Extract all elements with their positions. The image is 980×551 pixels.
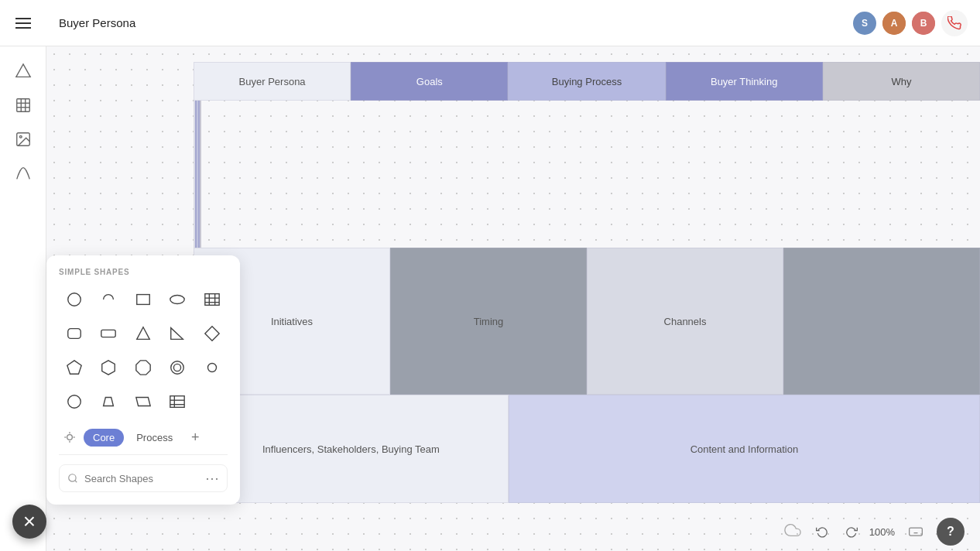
svg-point-31 <box>68 395 81 409</box>
svg-text:A: A <box>891 18 898 29</box>
cell-why-2 <box>783 248 980 395</box>
shape-trapezoid[interactable] <box>93 386 124 417</box>
document-title[interactable]: Buyer Persona <box>46 12 148 34</box>
shape-right-triangle[interactable] <box>162 318 193 349</box>
cell-content: Content and Information <box>509 395 980 503</box>
shape-hexagon[interactable] <box>93 352 124 383</box>
shape-rectangle[interactable] <box>128 284 159 315</box>
svg-rect-13 <box>137 295 150 305</box>
shape-pentagon[interactable] <box>59 352 90 383</box>
svg-point-30 <box>207 364 216 372</box>
fab-button[interactable]: × <box>12 505 46 539</box>
avatar-s[interactable]: S <box>853 12 876 35</box>
grid-row-3: Influencers, Stakeholders, Buying Team C… <box>194 395 980 503</box>
shapes-grid <box>59 284 228 417</box>
shape-circle-sm[interactable] <box>197 352 228 383</box>
svg-line-44 <box>75 481 77 483</box>
cloud-icon[interactable] <box>784 522 801 542</box>
search-input[interactable] <box>84 473 199 484</box>
svg-point-28 <box>171 361 184 375</box>
svg-marker-4 <box>15 64 29 77</box>
svg-rect-15 <box>204 294 218 306</box>
tab-process[interactable]: Process <box>127 429 182 447</box>
sidebar-item-shapes[interactable] <box>8 56 39 87</box>
svg-text:B: B <box>920 18 927 29</box>
shapes-tabs: Core Process + <box>59 426 228 455</box>
menu-button[interactable] <box>0 0 46 46</box>
svg-marker-23 <box>171 328 183 340</box>
avatar-1[interactable]: A <box>882 12 906 35</box>
svg-marker-33 <box>136 398 150 406</box>
shape-rect-rounded[interactable] <box>59 318 90 349</box>
sidebar-item-frame[interactable] <box>8 90 39 121</box>
shape-circle-outline2[interactable] <box>59 386 90 417</box>
svg-point-29 <box>174 364 181 371</box>
shape-ellipse[interactable] <box>162 284 193 315</box>
svg-marker-25 <box>67 361 81 374</box>
svg-rect-20 <box>68 329 81 339</box>
svg-point-11 <box>19 135 22 138</box>
svg-marker-32 <box>104 398 114 406</box>
header-buyer-thinking: Buyer Thinking <box>666 62 823 101</box>
redo-button[interactable] <box>840 520 863 543</box>
svg-rect-21 <box>101 330 115 337</box>
svg-point-38 <box>67 435 73 440</box>
shape-circle-outline[interactable] <box>162 352 193 383</box>
shape-parallelogram[interactable] <box>128 386 159 417</box>
left-sidebar <box>0 46 46 551</box>
svg-marker-22 <box>137 327 150 340</box>
svg-marker-26 <box>102 361 115 375</box>
svg-marker-24 <box>204 327 218 341</box>
cell-influencers: Influencers, Stakeholders, Buying Team <box>194 395 509 503</box>
header-buyer-persona: Buyer Persona <box>194 62 351 101</box>
topbar: Buyer Persona S A B <box>0 0 980 46</box>
search-icon <box>67 473 78 484</box>
zoom-level[interactable]: 100% <box>869 526 895 538</box>
shape-circle[interactable] <box>59 284 90 315</box>
fab-icon: × <box>23 511 36 532</box>
zoom-controls: 100% <box>810 520 895 543</box>
call-button[interactable] <box>941 10 968 36</box>
shape-table2[interactable] <box>162 386 193 417</box>
search-more-button[interactable]: ⋯ <box>205 470 219 487</box>
tab-core[interactable]: Core <box>84 429 124 447</box>
shape-table[interactable] <box>197 284 228 315</box>
header-buying-process: Buying Process <box>508 62 665 101</box>
shape-octagon[interactable] <box>128 352 159 383</box>
bottom-bar: 100% ? <box>0 512 980 551</box>
grid-row-1 <box>194 101 980 248</box>
help-button[interactable]: ? <box>937 518 965 546</box>
sidebar-item-image[interactable] <box>8 124 39 155</box>
shapes-tab-icon[interactable] <box>59 426 81 448</box>
topbar-right: S A B <box>853 10 980 36</box>
shape-arc[interactable] <box>93 284 124 315</box>
sidebar-item-path[interactable] <box>8 158 39 189</box>
cell-timing: Timing <box>390 248 587 395</box>
shapes-search: ⋯ <box>59 464 228 492</box>
shapes-section-title: SIMPLE SHAPES <box>59 268 228 276</box>
svg-rect-5 <box>16 99 29 112</box>
shape-diamond[interactable] <box>197 318 228 349</box>
grid-row-2: Initiatives Timing Channels <box>194 248 980 395</box>
shapes-panel: SIMPLE SHAPES <box>46 255 240 505</box>
header-why: Why <box>823 62 980 101</box>
svg-marker-27 <box>136 361 150 375</box>
hamburger-icon <box>15 18 31 29</box>
shape-rect-wide[interactable] <box>93 318 124 349</box>
svg-rect-45 <box>910 528 923 536</box>
cell-why-1 <box>200 101 201 248</box>
shape-triangle[interactable] <box>128 318 159 349</box>
svg-point-14 <box>170 296 184 304</box>
tab-add-button[interactable]: + <box>185 427 205 447</box>
svg-point-12 <box>68 293 81 306</box>
grid-header: Buyer Persona Goals Buying Process Buyer… <box>194 62 980 101</box>
keyboard-icon[interactable] <box>904 520 927 543</box>
cell-channels: Channels <box>587 248 783 395</box>
svg-point-43 <box>69 474 76 481</box>
avatar-2[interactable]: B <box>912 12 935 35</box>
svg-rect-34 <box>170 396 184 408</box>
undo-button[interactable] <box>810 520 834 543</box>
grid-container: Buyer Persona Goals Buying Process Buyer… <box>194 62 980 551</box>
header-goals: Goals <box>351 62 508 101</box>
